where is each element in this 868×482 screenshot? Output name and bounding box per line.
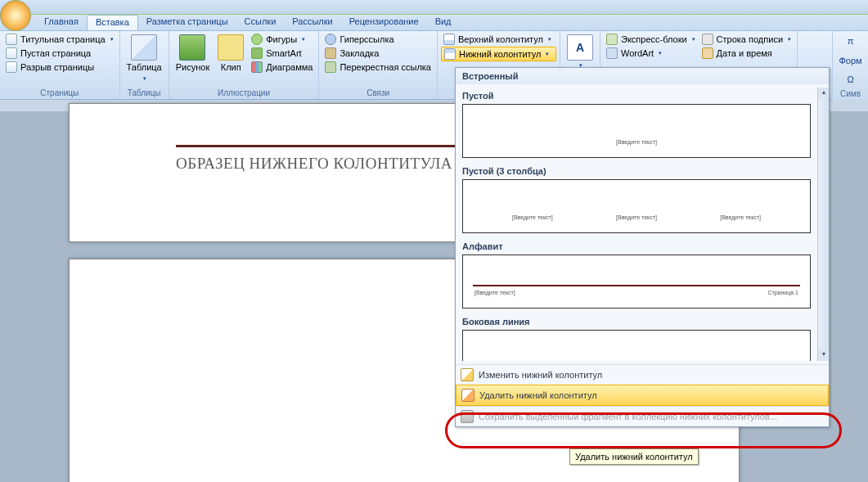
picture-button[interactable]: Рисунок xyxy=(173,33,214,74)
group-title: Связи xyxy=(322,88,434,99)
smartart-icon xyxy=(251,47,263,59)
link-icon xyxy=(325,34,336,45)
tab-layout[interactable]: Разметка страницы xyxy=(138,15,236,30)
gallery-item-label: Пустой (3 столбца) xyxy=(456,163,817,178)
page-icon xyxy=(6,34,17,45)
gallery-scroll: Пустой [Введите текст] Пустой (3 столбца… xyxy=(456,88,817,361)
header-button[interactable]: Верхний колонтитул▾ xyxy=(441,33,556,46)
footer-icon xyxy=(444,48,456,60)
group-symbols-edge: π Форм Ω Симв xyxy=(832,31,868,100)
tooltip: Удалить нижний колонтитул xyxy=(569,448,699,465)
symbol-button[interactable]: Ω xyxy=(833,70,868,89)
group-illustrations: Рисунок Клип Фигуры▾ SmartArt Диаграмма … xyxy=(169,31,320,99)
textbox-button[interactable]: ▾ xyxy=(564,33,596,70)
placeholder: [Введите текст] xyxy=(720,214,761,220)
decorative-rule xyxy=(473,285,800,286)
datetime-button[interactable]: Дата и время xyxy=(699,47,794,60)
group-title: Таблицы xyxy=(124,88,165,99)
clip-button[interactable]: Клип xyxy=(214,33,247,74)
gallery-scrollbar[interactable]: ▴ ▾ xyxy=(817,88,829,361)
gallery-item-sideline[interactable]: ı | xyxy=(462,330,811,361)
smartart-button[interactable]: SmartArt xyxy=(249,47,315,60)
table-button[interactable]: Таблица▾ xyxy=(124,33,165,83)
tab-mail[interactable]: Рассылки xyxy=(284,15,340,30)
placeholder: [Введите текст] xyxy=(616,139,657,145)
gallery-item-label: Боковая линия xyxy=(456,313,817,328)
placeholder: [Введите текст] xyxy=(474,290,515,295)
group-links: Гиперссылка Закладка Перекрестная ссылка… xyxy=(319,31,438,99)
save-footer-option: Сохранить выделенный фрагмент в коллекци… xyxy=(456,406,829,426)
quickparts-button[interactable]: Экспресс-блоки▾ xyxy=(604,33,698,46)
parts-icon xyxy=(606,34,618,45)
ribbon-tabs: Главная Вставка Разметка страницы Ссылки… xyxy=(0,15,868,31)
chart-icon xyxy=(251,61,263,73)
scroll-down-icon[interactable]: ▾ xyxy=(818,349,829,361)
shapes-icon xyxy=(251,34,263,45)
page-break-button[interactable]: Разрыв страницы xyxy=(3,61,116,74)
save-icon xyxy=(461,410,474,423)
gallery-item-alphabet[interactable]: [Введите текст] Страница 1 xyxy=(462,255,811,309)
chart-button[interactable]: Диаграмма xyxy=(249,61,315,74)
tab-review[interactable]: Рецензирование xyxy=(341,15,427,30)
tab-insert[interactable]: Вставка xyxy=(87,15,138,30)
gallery-item-blank3[interactable]: [Введите текст] [Введите текст] [Введите… xyxy=(462,179,811,233)
group-pages: Титульная страница▾ Пустая страница Разр… xyxy=(0,31,120,99)
gallery-section-header: Встроенный xyxy=(456,68,829,84)
bookmark-icon xyxy=(325,47,336,59)
equation-button[interactable]: π xyxy=(833,31,868,51)
signature-button[interactable]: Строка подписи▾ xyxy=(699,33,794,46)
textbox-icon xyxy=(567,34,593,61)
delete-icon xyxy=(461,389,474,402)
edit-footer-option[interactable]: Изменить нижний колонтитул xyxy=(456,364,829,385)
date-icon xyxy=(702,47,713,59)
group-title: Иллюстрации xyxy=(173,88,316,99)
gallery-options: Изменить нижний колонтитул Удалить нижни… xyxy=(456,364,829,426)
bookmark-button[interactable]: Закладка xyxy=(322,47,434,60)
gallery-item-blank[interactable]: [Введите текст] xyxy=(462,104,811,158)
office-button[interactable] xyxy=(0,0,31,31)
shapes-button[interactable]: Фигуры▾ xyxy=(249,33,315,46)
group-tables: Таблица▾ Таблицы xyxy=(120,31,169,99)
signature-icon xyxy=(702,34,713,45)
tab-home[interactable]: Главная xyxy=(36,15,87,30)
remove-footer-option[interactable]: Удалить нижний колонтитул xyxy=(456,385,829,406)
tab-view[interactable]: Вид xyxy=(427,15,460,30)
footer-button[interactable]: Нижний колонтитул▾ xyxy=(441,47,556,61)
blank-page-button[interactable]: Пустая страница xyxy=(3,47,116,60)
group-title: Симв xyxy=(833,89,868,100)
footer-gallery-dropdown: Встроенный Пустой [Введите текст] Пустой… xyxy=(455,67,830,427)
wordart-icon xyxy=(606,47,618,59)
placeholder-cursor: ı | xyxy=(634,360,639,361)
tab-refs[interactable]: Ссылки xyxy=(236,15,285,30)
header-icon xyxy=(443,34,455,45)
hyperlink-button[interactable]: Гиперссылка xyxy=(322,33,434,46)
crossref-icon xyxy=(325,61,336,73)
page-icon xyxy=(6,47,17,59)
cover-page-button[interactable]: Титульная страница▾ xyxy=(3,33,116,46)
placeholder: [Введите текст] xyxy=(616,214,657,220)
picture-icon xyxy=(179,34,205,61)
crossref-button[interactable]: Перекрестная ссылка xyxy=(322,61,434,74)
wordart-button[interactable]: WordArt▾ xyxy=(604,47,698,60)
table-icon xyxy=(131,34,157,61)
page-number: Страница 1 xyxy=(767,290,798,295)
group-title: Страницы xyxy=(3,88,116,99)
edit-icon xyxy=(461,368,474,381)
clip-icon xyxy=(218,34,244,61)
placeholder: [Введите текст] xyxy=(512,214,553,220)
title-bar xyxy=(0,0,868,15)
equation-label: Форм xyxy=(833,51,868,70)
page-heading: ОБРАЗЕЦ НИЖНЕГО КОЛОНТИТУЛА xyxy=(176,155,452,173)
page-icon xyxy=(6,61,17,73)
gallery-item-label: Алфавит xyxy=(456,238,817,253)
gallery-item-label: Пустой xyxy=(456,88,817,102)
scroll-up-icon[interactable]: ▴ xyxy=(818,88,829,99)
